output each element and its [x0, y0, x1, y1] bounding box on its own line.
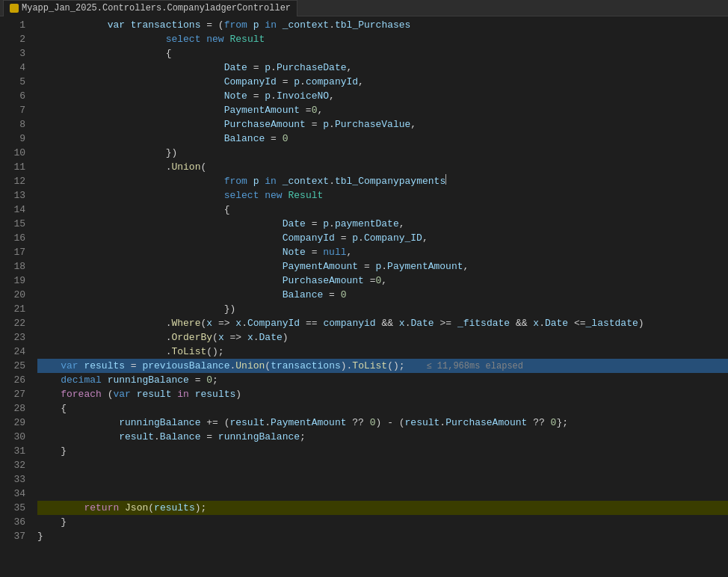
token: var: [61, 360, 78, 371]
token: ,: [347, 62, 353, 73]
token: result: [119, 431, 154, 442]
token: =: [277, 76, 294, 87]
token: Result: [229, 34, 265, 45]
token: PurchaseValue: [335, 119, 410, 130]
token: .: [241, 318, 247, 329]
line-number: 7: [0, 103, 25, 117]
code-line: from p in _context.tbl_Companypayments: [37, 174, 728, 188]
code-line: Date = p.PurchaseDate,: [37, 61, 728, 75]
token: foreach: [61, 389, 102, 400]
editor-container: 1234567891011121314151617181920212223242…: [0, 16, 728, 577]
code-line: }: [37, 515, 728, 529]
code-line: CompanyId = p.companyId,: [37, 75, 728, 89]
code-line: PurchaseAmount =0,: [37, 274, 728, 288]
line-number: 3: [0, 46, 25, 61]
token: Date: [259, 332, 283, 343]
token: .: [439, 417, 445, 428]
line-number: 15: [0, 217, 25, 231]
line-number: 1: [0, 18, 25, 32]
token: =: [306, 218, 323, 229]
token: runningBalance: [119, 417, 200, 428]
token: ): [235, 389, 241, 400]
code-line: CompanyId = p.Company_ID,: [37, 231, 728, 245]
token: }): [166, 147, 178, 158]
line-number: 5: [0, 75, 25, 89]
token: result: [405, 417, 440, 428]
token: new: [206, 34, 223, 45]
code-line: Balance = 0: [37, 288, 728, 302]
code-line: {: [37, 46, 728, 61]
token: {: [61, 403, 67, 414]
token: ,: [410, 119, 416, 130]
token: var: [113, 389, 130, 400]
tab-item[interactable]: Myapp_Jan_2025.Controllers.Companyladger…: [3, 0, 297, 16]
line-number: 9: [0, 132, 25, 146]
line-number: 14: [0, 203, 25, 217]
token: [131, 389, 137, 400]
code-line: Note = p.InvoiceNO,: [37, 89, 728, 103]
token: x: [235, 318, 241, 329]
token: {: [166, 48, 172, 59]
token: ,: [381, 275, 387, 286]
code-line: select new Result: [37, 32, 728, 46]
token: select: [224, 190, 259, 201]
token: {: [224, 204, 230, 215]
token: 0: [370, 417, 376, 428]
token: PurchaseAmount: [283, 275, 364, 286]
line-number: 6: [0, 89, 25, 103]
code-line: }): [37, 302, 728, 316]
code-line: select new Result: [37, 188, 728, 203]
token: [277, 19, 283, 31]
token: in: [177, 389, 189, 400]
token: [247, 176, 253, 187]
line-number: 29: [0, 416, 25, 430]
token: x: [218, 332, 224, 343]
editor-content[interactable]: var transactions = (from p in _context.t…: [31, 16, 728, 577]
token: [247, 19, 253, 31]
token: (: [265, 360, 271, 371]
code-line: decimal runningBalance = 0;: [37, 373, 728, 387]
token: .: [154, 431, 160, 442]
token: x: [399, 318, 405, 329]
token: ).: [341, 360, 353, 371]
token: }: [37, 531, 43, 542]
token: Union: [171, 161, 200, 173]
token: var transactions: [108, 19, 201, 31]
code-line: [37, 472, 728, 487]
token: tbl_Purchases: [335, 19, 410, 31]
token: .: [381, 261, 387, 272]
token: Json: [125, 502, 148, 513]
token: result: [229, 417, 265, 428]
code-line: [37, 458, 728, 472]
token: .: [539, 318, 545, 329]
line-number: 27: [0, 387, 25, 401]
line-number: 28: [0, 401, 25, 416]
token: in: [265, 19, 277, 31]
token: Date: [283, 218, 306, 229]
token: Date: [545, 318, 568, 329]
token: from: [224, 19, 247, 31]
token: paymentDate: [335, 218, 399, 229]
token: previousBalance: [142, 360, 229, 371]
token: }): [224, 303, 236, 315]
line-number: 26: [0, 373, 25, 387]
code-line: result.Balance = runningBalance;: [37, 430, 728, 444]
token: 0: [341, 289, 347, 300]
token: =: [247, 62, 265, 73]
line-number: 24: [0, 345, 25, 359]
code-line: Note = null,: [37, 245, 728, 259]
token: companyId: [306, 76, 358, 87]
token: (: [200, 161, 206, 173]
token: =: [125, 360, 142, 371]
token: ();: [387, 360, 404, 371]
token: [119, 502, 125, 513]
elapsed-time: ≤ 11,968ms elapsed: [405, 361, 523, 371]
token: ;: [212, 374, 218, 386]
line-number: 37: [0, 529, 25, 543]
token: Where: [171, 318, 200, 329]
token: (: [212, 332, 218, 343]
token: .: [300, 76, 306, 87]
line-number: 21: [0, 302, 25, 316]
token: =: [189, 374, 206, 386]
token: .: [329, 19, 335, 31]
